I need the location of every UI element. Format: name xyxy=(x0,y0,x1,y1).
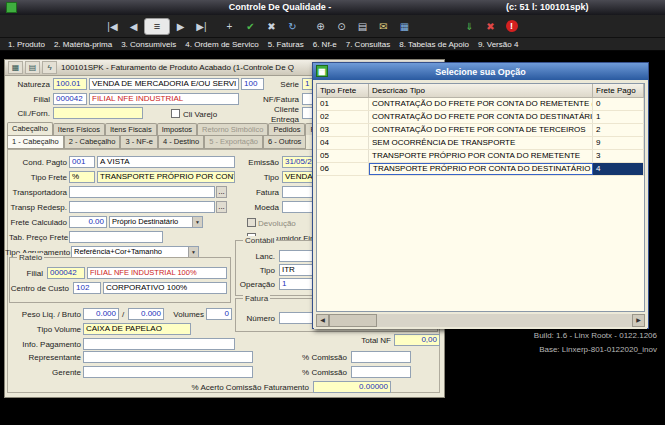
subtab-strip: 1 - Cabeçalho 2 - Cabeçalho 3 - NF-e 4 -… xyxy=(7,135,306,149)
tab-itens-fisicos[interactable]: Itens Físicos xyxy=(53,123,105,135)
insert-icon[interactable]: + xyxy=(219,17,240,36)
grid-row-06-selected[interactable]: 06 TRANSPORTE PRÓPRIO POR CONTA DO DESTI… xyxy=(317,163,644,176)
menu-ordem-de-servico[interactable]: 4. Ordem de Servico xyxy=(185,40,258,49)
tab-impostos[interactable]: Impostos xyxy=(157,123,197,135)
scroll-right-icon[interactable]: ▶ xyxy=(632,314,645,327)
nav-first-icon[interactable]: |◀ xyxy=(102,17,123,36)
subtab-2-cabecalho[interactable]: 2 - Cabeçalho xyxy=(64,135,121,149)
representante-field[interactable] xyxy=(83,351,253,363)
comissao-representante-field[interactable] xyxy=(351,351,411,363)
menu-versao-4[interactable]: 9. Versão 4 xyxy=(478,40,518,49)
menu-faturas[interactable]: 5. Faturas xyxy=(268,40,304,49)
nav-prev-icon[interactable]: ◀ xyxy=(123,17,144,36)
moeda-label: Moeda xyxy=(239,203,279,213)
tipo-frete-code-field[interactable]: % xyxy=(69,171,95,183)
transportadora-lookup-icon[interactable]: ... xyxy=(216,186,227,198)
menu-materia-prima[interactable]: 2. Matéria-prima xyxy=(54,40,112,49)
refresh-icon[interactable]: ↻ xyxy=(282,17,303,36)
tab-cabecalho[interactable]: Cabeçalho xyxy=(7,122,53,135)
chart-icon[interactable]: ▦ xyxy=(394,17,415,36)
grid-row-04[interactable]: 04 SEM OCORRÊNCIA DE TRANSPORTE 9 xyxy=(317,137,644,150)
records-list-icon[interactable]: ≡ xyxy=(144,18,170,35)
tipo-frete-desc-field[interactable]: TRANSPORTE PRÓPRIO POR CONTA D xyxy=(97,171,235,183)
filial-code-field[interactable]: 000042 xyxy=(53,93,87,105)
rateio-filial-desc-field[interactable]: FILIAL NFE INDUSTRIAL 100% xyxy=(87,267,227,279)
cell-desc: CONTRATAÇÃO DO FRETE POR CONTA DO REMETE… xyxy=(369,98,593,110)
centro-custo-code-field[interactable]: 102 xyxy=(73,282,101,294)
chevron-down-icon[interactable]: ▼ xyxy=(192,217,202,227)
peso-bruto-field[interactable]: 0.000 xyxy=(128,308,164,320)
grid-row-02[interactable]: 02 CONTRATAÇÃO DO FRETE POR CONTA DO DES… xyxy=(317,111,644,124)
email-icon[interactable]: ✉ xyxy=(373,17,394,36)
grid-header-row: Tipo Frete Descricao Tipo Frete Pago xyxy=(317,84,644,98)
grid-icon[interactable]: ▦ xyxy=(8,61,23,74)
cli-varejo-checkbox[interactable] xyxy=(171,109,180,118)
cond-pagto-desc-field[interactable]: A VISTA xyxy=(97,156,235,168)
chevron-down-icon[interactable]: ▼ xyxy=(188,247,198,257)
tab-pedidos[interactable]: Pedidos xyxy=(268,123,305,135)
centro-custo-desc-field[interactable]: CORPORATIVO 100% xyxy=(103,282,227,294)
transp-redesp-field[interactable] xyxy=(69,201,215,213)
volumes-field[interactable]: 0 xyxy=(206,308,232,320)
grid-row-01[interactable]: 01 CONTRATAÇÃO DO FRETE POR CONTA DO REM… xyxy=(317,98,644,111)
print-icon[interactable]: ▤ xyxy=(352,17,373,36)
column-header-frete-pago[interactable]: Frete Pago xyxy=(593,84,644,97)
gerente-field[interactable] xyxy=(83,366,253,378)
column-header-tipo-frete[interactable]: Tipo Frete xyxy=(317,84,369,97)
natureza-extra-field[interactable]: 100 xyxy=(241,78,264,90)
tab-itens-fiscais[interactable]: Itens Fiscais xyxy=(105,123,157,135)
emissao-label: Emissão xyxy=(239,158,279,168)
alert-icon[interactable]: ! xyxy=(506,20,518,32)
zoom-in-icon[interactable]: ⊕ xyxy=(310,17,331,36)
column-header-descricao[interactable]: Descricao Tipo xyxy=(369,84,593,97)
filial-desc-field[interactable]: FILIAL NFE INDUSTRIAL xyxy=(89,93,239,105)
menu-nfe[interactable]: 6. Nf-e xyxy=(313,40,337,49)
search-icon[interactable]: ⊙ xyxy=(331,17,352,36)
acerto-comissao-field[interactable]: 0.00000 xyxy=(313,381,391,393)
scrollbar-track[interactable] xyxy=(377,314,632,327)
tipo-agrupamento-value: Referência+Cor+Tamanho xyxy=(74,247,162,256)
transp-redesp-lookup-icon[interactable]: ... xyxy=(216,201,227,213)
frete-destino-select[interactable]: Próprio Destinatário ▼ xyxy=(109,216,203,228)
delete-icon[interactable]: ✖ xyxy=(480,17,501,36)
menu-consultas[interactable]: 7. Consultas xyxy=(346,40,390,49)
natureza-desc-field[interactable]: VENDA DE MERCADORIA E/OU SERVI xyxy=(89,78,239,90)
total-nf-field[interactable]: 0,00 xyxy=(394,334,440,346)
horizontal-scrollbar[interactable]: ◀ ▶ xyxy=(316,314,645,327)
info-pagamento-label: Info. Pagamento xyxy=(7,340,81,350)
cond-pagto-code-field[interactable]: 001 xyxy=(69,156,95,168)
subtab-6-outros[interactable]: 6 - Outros xyxy=(263,135,306,149)
menu-tabelas-de-apoio[interactable]: 8. Tabelas de Apoio xyxy=(399,40,469,49)
subtab-3-nfe[interactable]: 3 - NF-e xyxy=(120,135,158,149)
scrollbar-thumb[interactable] xyxy=(329,314,377,327)
cancel-icon[interactable]: ✖ xyxy=(261,17,282,36)
grid-row-03[interactable]: 03 CONTRATAÇÃO DO FRETE POR CONTA DE TER… xyxy=(317,124,644,137)
report-icon[interactable]: ▤ xyxy=(25,61,40,74)
export-icon[interactable]: ⇓ xyxy=(459,17,480,36)
peso-liq-field[interactable]: 0.000 xyxy=(83,308,119,320)
nav-last-icon[interactable]: ▶| xyxy=(191,17,212,36)
app-titlebar: Controle De Qualidade - (c: 51 l: 100101… xyxy=(0,0,665,15)
scroll-left-icon[interactable]: ◀ xyxy=(316,314,329,327)
menu-consumiveis[interactable]: 3. Consumíveis xyxy=(121,40,176,49)
transportadora-field[interactable] xyxy=(69,186,215,198)
cell-pago: 1 xyxy=(593,111,644,123)
comissao-gerente-field[interactable] xyxy=(351,366,411,378)
cell-code: 06 xyxy=(317,163,369,175)
grid-row-05[interactable]: 05 TRANSPORTE PRÓPRIO POR CONTA DO REMET… xyxy=(317,150,644,163)
menu-produto[interactable]: 1. Produto xyxy=(8,40,45,49)
tab-preco-frete-field[interactable] xyxy=(69,231,163,243)
cli-forn-field[interactable] xyxy=(53,107,143,119)
confirm-icon[interactable]: ✔ xyxy=(240,17,261,36)
natureza-code-field[interactable]: 100.01 xyxy=(53,78,87,90)
info-pagamento-field[interactable] xyxy=(83,338,235,350)
subtab-1-cabecalho[interactable]: 1 - Cabeçalho xyxy=(7,135,64,149)
frete-calculado-field[interactable]: 0.00 xyxy=(69,216,107,228)
cell-code: 01 xyxy=(317,98,369,110)
rateio-filial-code-field[interactable]: 000042 xyxy=(47,267,85,279)
tipo-volume-field[interactable]: CAIXA DE PAPELAO xyxy=(83,323,191,335)
tipo-volume-label: Tipo Volume xyxy=(7,325,81,335)
nav-next-icon[interactable]: ▶ xyxy=(170,17,191,36)
subtab-4-destino[interactable]: 4 - Destino xyxy=(158,135,204,149)
bolt-icon[interactable]: ϟ xyxy=(42,61,57,74)
